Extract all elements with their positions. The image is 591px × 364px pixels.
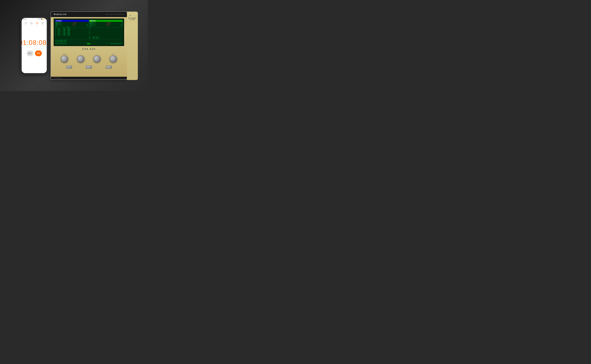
timer-area: 01:08:08 68 复位 继续 <box>22 26 47 73</box>
signal-icon: ▊ <box>41 19 42 20</box>
left-panel-header: ①有电池接入 <box>55 20 89 22</box>
right-amps-unit: A <box>122 23 122 25</box>
plus-button[interactable] <box>77 55 84 63</box>
wifi-icon: 📶 <box>42 19 44 20</box>
left-mah-val: 04922 <box>73 25 76 26</box>
nav-icons-row <box>22 20 47 26</box>
lcd-left-panel: ①有电池接入 充电:05.0 A 25.262 V 平衡:3.0 A 00.00… <box>55 20 89 26</box>
nav-icon-hourglass[interactable] <box>41 22 44 25</box>
reset-button[interactable]: 复位 <box>26 51 33 56</box>
right-cell-volt-label: 电压:4.20 V <box>89 25 96 26</box>
start-btn-group: START <box>61 53 68 63</box>
right-mah-unit: mAh <box>120 25 122 26</box>
ev-label: eV:00.024 <box>55 41 60 43</box>
up-button[interactable]: ∧ <box>86 66 92 69</box>
left-mah-unit: mAh <box>87 25 89 26</box>
nav-icon-timer[interactable] <box>35 22 39 25</box>
right-balance-row: 平衡:3.0 A 00.00 A <box>89 23 123 25</box>
right-cell-voltage-row: 电压:4.20 V 00000 mAh <box>89 25 123 26</box>
right-charge-label: 充电:05.0 A <box>89 22 96 23</box>
dc-input-label: DC INPUT <box>128 17 136 19</box>
right-voltage-val: 00.000 <box>107 22 111 23</box>
charger-subtitle: Balance Charger <box>106 14 124 15</box>
dc-voltage-label: 11V-30V <box>130 19 135 20</box>
left-balance-label: 平衡:3.0 A <box>55 23 61 25</box>
nav-icon-globe[interactable] <box>30 22 33 25</box>
plus-symbol: + <box>130 14 131 17</box>
cell-row-3: 3 4.204 0.000 05037 <box>55 30 89 32</box>
minus-btn-group: - <box>93 53 101 63</box>
minus-button[interactable] <box>93 55 101 63</box>
plus-btn-label: + <box>80 53 81 55</box>
status-pill: 停止 <box>87 43 90 45</box>
time-display: 22:48 <box>23 19 26 20</box>
charger-body: ①有电池接入 充电:05.0 A 25.262 V 平衡:3.0 A 00.00… <box>51 17 127 77</box>
lcd-bottom-status: 输入:12.215V 032.0℃ 停止 www.radiolink.com.c… <box>55 43 123 45</box>
right-cell-row-3: 3 <box>89 30 123 32</box>
left-voltage-val: 25.262 <box>73 22 77 23</box>
brand-label: RadioLink <box>54 13 67 16</box>
phone-screen: 22:48 0.18 % ▊ 📶 38 <box>22 18 47 73</box>
left-balance-row: 平衡:3.0 A 00.00 A <box>55 23 89 25</box>
lcd-screen: ①有电池接入 充电:05.0 A 25.262 V 平衡:3.0 A 00.00… <box>55 20 123 45</box>
right-cell-row-1: 1 <box>89 28 123 29</box>
continue-button[interactable]: 继续 <box>35 51 42 56</box>
ev-row: eV:00.024 剩余: 00 00 <box>55 41 123 43</box>
left-amps-unit: A <box>88 23 89 25</box>
stop-button[interactable]: STOP <box>66 66 72 69</box>
battery-icon: 38 <box>44 19 45 20</box>
time-val: 01 08 <box>64 40 67 41</box>
timer-main-display: 01:08:08 <box>22 39 47 46</box>
left-cell-volt-label: 电压:4.20 V <box>55 25 62 26</box>
right-cell-row-2: 2 <box>89 29 123 31</box>
left-charge-current-row: 充电:05.0 A 25.262 V <box>55 22 89 23</box>
output-label: + OUTPUT - <box>54 77 63 79</box>
down-button[interactable]: ∨ <box>106 66 112 69</box>
set-button[interactable] <box>110 55 117 63</box>
left-cells-table: Cel V A mAh 1 4.204 0.000 05308 <box>55 26 89 39</box>
right-mah-val: 00000 <box>107 25 110 26</box>
set-btn-label: SET <box>112 53 115 55</box>
main-buttons-row: START + - SET <box>54 52 124 64</box>
battery-percent: 0.18 % <box>38 19 41 20</box>
cell-table-header-left: Cel V A mAh <box>55 26 89 28</box>
minus-symbol: - <box>134 14 135 17</box>
timer-display-row: 01:08:08 68 <box>22 39 47 46</box>
status-bar: 22:48 0.18 % ▊ 📶 38 <box>22 18 47 20</box>
nav-icon-clock[interactable] <box>24 22 27 25</box>
website-label: www.radiolink.com.cn <box>111 43 122 45</box>
start-btn-label: START <box>62 53 67 55</box>
phone: 22:48 0.18 % ▊ 📶 38 <box>20 17 48 74</box>
cell-row-5: 5 4.207 0.000 03957 <box>55 33 89 34</box>
set-btn-group: SET <box>110 53 117 63</box>
minus-btn-label: - <box>97 53 97 55</box>
lcd-summary-row: Sv:25.238 时间: 01 08 <box>55 39 123 41</box>
lcd-panels-row: ①有电池接入 充电:05.0 A 25.262 V 平衡:3.0 A 00.00… <box>55 20 123 26</box>
remain-val: 00 00 <box>64 41 67 43</box>
left-charge-label: 充电:05.0 A <box>55 22 62 23</box>
left-cell-voltage-row: 电压:4.20 V 04922 mAh <box>55 25 89 26</box>
right-amps-val: 00.00 <box>107 23 110 25</box>
cell-row-6: 6 4.209 0.000 04989 <box>55 34 89 36</box>
cell-row-1: 1 4.204 0.000 05308 <box>55 28 89 29</box>
charger-device: RadioLink Balance Charger ①有电池接入 <box>51 11 127 80</box>
sv-label: Sv:25.238 <box>55 40 60 41</box>
dc-input-panel: + - DC INPUT 11V-30V <box>127 12 138 80</box>
status-icons: 0.18 % ▊ 📶 38 <box>38 19 45 20</box>
lcd-right-panel: ②没有(接入) 充电:05.0 A 00.000 V 平衡:3.0 A 00.0… <box>89 20 123 26</box>
input-status: 输入:12.215V 032.0℃ <box>56 43 67 45</box>
start-button[interactable] <box>61 55 68 63</box>
charger-bottom-bar: + OUTPUT - <box>51 77 127 79</box>
right-voltage-unit: V <box>122 22 122 23</box>
lcd-screen-container: ①有电池接入 充电:05.0 A 25.262 V 平衡:3.0 A 00.00… <box>54 19 124 46</box>
secondary-buttons-row: STOP ∧ ∨ <box>54 65 124 70</box>
charger-top-bar: RadioLink Balance Charger <box>51 12 127 17</box>
cell-table-header-right: Cel V <box>89 26 123 28</box>
cell-row-2: 2 4.207 0.000 05108 <box>55 29 89 31</box>
right-cells-table: Cel V 1 2 3 4 5 6 Sv: 时间: 00 00 eV: 剩余 <box>89 26 123 39</box>
right-balance-label: 平衡:3.0 A <box>89 23 95 25</box>
remain-label: 剩余: <box>61 41 63 43</box>
right-cell-row-4: 4 <box>89 32 123 33</box>
right-cell-row-6: 6 <box>89 34 123 36</box>
time-label: 时间: <box>61 40 63 41</box>
